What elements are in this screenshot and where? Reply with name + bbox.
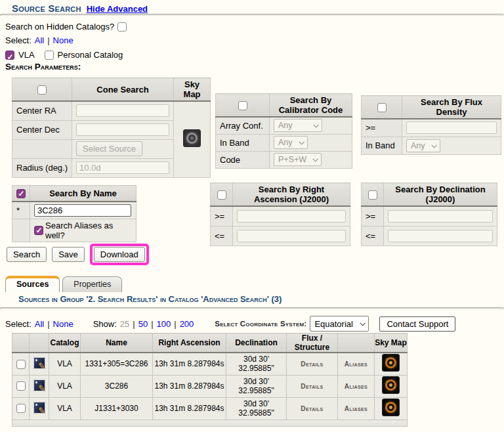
details-link[interactable]: Details [287, 397, 338, 420]
vla-catalog-checkbox[interactable] [5, 51, 14, 60]
cone-search-enable-checkbox[interactable] [37, 85, 47, 95]
details-link[interactable]: Details [287, 353, 338, 375]
show-100-link[interactable]: 100 [157, 319, 171, 329]
dec-column-header: Declination [226, 334, 287, 353]
array-conf-select[interactable]: Any [274, 119, 322, 132]
hidden-catalogs-row: Search on Hidden Catalogs? [5, 20, 129, 33]
flux-enable-checkbox[interactable] [377, 103, 387, 112]
ra-column-header: Right Ascension [153, 334, 226, 353]
flux-in-band-select[interactable]: Any [406, 139, 440, 152]
name-search-panel: Search By Name * Search Aliases as well? [12, 185, 136, 242]
row-catalog: VLA [49, 353, 81, 375]
flux-density-panel: Search By Flux Density >= In Band Any [361, 95, 501, 155]
code-label: Code [216, 151, 270, 168]
name-input[interactable] [34, 204, 131, 217]
calibrator-code-panel: Search By Calibrator Code Array Conf. An… [215, 93, 352, 169]
ra-title: Search By Right Ascension (J2000) [233, 183, 350, 207]
aliases-spacer [12, 219, 30, 242]
show-200-link[interactable]: 200 [180, 319, 194, 329]
search-aliases-checkbox[interactable] [34, 226, 43, 235]
separator: | [151, 319, 153, 329]
chevron-down-icon [313, 156, 318, 162]
tab-sources[interactable]: Sources [5, 276, 60, 292]
ra-search-panel: Search By Right Ascension (J2000) >= <= [210, 183, 350, 246]
cone-search-header-checkbox-cell [12, 78, 72, 102]
chevron-down-icon [360, 320, 366, 326]
chevron-down-icon [431, 142, 436, 148]
dec-gte-input[interactable] [388, 210, 493, 223]
array-conf-label: Array Conf. [216, 117, 270, 134]
hidden-catalogs-checkbox[interactable] [117, 22, 127, 32]
results-select-all-link[interactable]: All [35, 319, 44, 329]
code-select[interactable]: P+S+W [274, 153, 322, 166]
name-title: Search By Name [30, 186, 136, 202]
row-select-checkbox[interactable] [16, 360, 26, 369]
aliases-link[interactable]: Aliases [338, 375, 375, 397]
select-label: Select: [5, 34, 32, 47]
calibrator-enable-checkbox[interactable] [238, 101, 247, 110]
action-buttons: Search Save Download [7, 244, 149, 265]
ra-lte-input[interactable] [237, 230, 346, 242]
sky-map-icon[interactable] [382, 354, 400, 372]
contact-support-button[interactable]: Contact Support [379, 316, 455, 332]
row-select-checkbox[interactable] [16, 404, 26, 413]
select-all-link[interactable]: All [35, 34, 44, 47]
center-dec-label: Center Dec [12, 120, 72, 139]
separator: | [174, 319, 176, 329]
tab-properties[interactable]: Properties [62, 276, 122, 292]
name-star-label: * [12, 202, 30, 219]
catalog-filters: Search on Hidden Catalogs? Select: All |… [5, 20, 129, 62]
dec-title: Search By Declination (J2000) [384, 183, 497, 207]
sky-map-icon[interactable] [183, 129, 201, 147]
flux-gte-input[interactable] [406, 121, 497, 134]
details-link[interactable]: Details [287, 375, 338, 397]
center-ra-input[interactable] [76, 104, 169, 117]
sky-map-icon[interactable] [382, 376, 400, 394]
flux-in-band-label: In Band [362, 137, 402, 154]
aliases-link[interactable]: Aliases [338, 397, 375, 420]
download-highlight-box: Download [90, 244, 149, 265]
aliases-link[interactable]: Aliases [338, 353, 375, 375]
select-none-link[interactable]: None [53, 34, 74, 47]
results-controls: Select: All | None Show: 25 | 50 | 100 |… [5, 316, 455, 332]
table-row: VLA J1331+3030 13h 31m 8.287984s 30d 30'… [12, 397, 408, 420]
edit-source-icon[interactable] [33, 357, 45, 369]
center-dec-input[interactable] [76, 123, 169, 136]
edit-source-icon[interactable] [33, 402, 45, 414]
coordinate-system-select[interactable]: Equatorial [310, 316, 369, 332]
personal-catalog-label: Personal Catalog [58, 49, 123, 62]
search-button[interactable]: Search [7, 247, 47, 262]
dec-lte-input[interactable] [388, 230, 493, 242]
ra-enable-checkbox[interactable] [217, 190, 226, 200]
edit-column-header [30, 334, 49, 353]
select-source-button[interactable]: Select Source [76, 141, 142, 156]
row-catalog: VLA [49, 397, 81, 420]
radius-input[interactable] [76, 162, 169, 174]
dec-enable-checkbox[interactable] [368, 190, 377, 200]
sky-map-icon[interactable] [382, 399, 400, 416]
personal-catalog-checkbox[interactable] [45, 51, 54, 60]
table-footer-bar [12, 420, 408, 426]
flux-gte-label: >= [362, 119, 402, 137]
cone-sky-map-cell [174, 101, 211, 177]
flux-header-checkbox-cell [362, 96, 402, 119]
calib-in-band-select[interactable]: Any [274, 136, 308, 149]
save-button[interactable]: Save [52, 247, 85, 262]
download-button[interactable]: Download [94, 247, 145, 262]
row-ra: 13h 31m 8.287984s [153, 375, 226, 397]
row-name: 3C286 [81, 375, 153, 397]
ra-gte-input[interactable] [237, 210, 346, 223]
edit-source-icon[interactable] [33, 379, 45, 391]
search-parameters-heading: Search Parameters: [5, 62, 81, 72]
name-enable-checkbox[interactable] [16, 189, 26, 198]
row-select-checkbox[interactable] [16, 381, 26, 391]
results-select-none-link[interactable]: None [53, 319, 74, 329]
chevron-down-icon [299, 139, 304, 144]
row-name: J1331+3030 [81, 397, 153, 420]
hide-advanced-link[interactable]: Hide Advanced [87, 4, 148, 14]
show-50-link[interactable]: 50 [138, 319, 148, 329]
select-source-spacer [12, 139, 72, 158]
vla-catalog-label: VLA [18, 49, 35, 62]
sky-map-column-header: Sky Map [375, 334, 408, 353]
show-label: Show: [93, 319, 117, 329]
